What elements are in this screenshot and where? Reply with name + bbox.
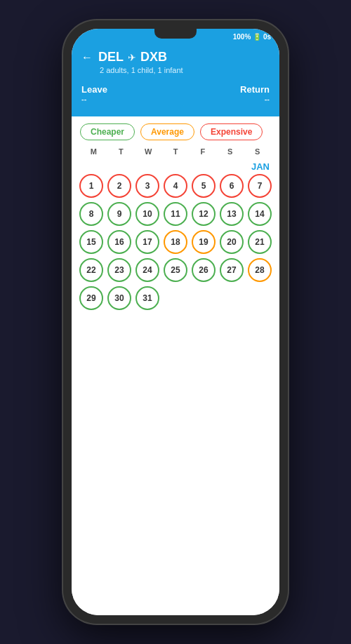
calendar-day[interactable]: 28: [248, 258, 272, 282]
calendar-cell: 12: [191, 201, 216, 227]
calendar-day[interactable]: 22: [79, 258, 103, 282]
calendar-day[interactable]: 31: [135, 286, 159, 310]
origin: DEL: [98, 50, 124, 65]
calendar-day[interactable]: 10: [135, 202, 159, 226]
notch: [154, 29, 197, 39]
leave-tab[interactable]: Leave --: [81, 84, 176, 106]
calendar-cell: 11: [163, 201, 188, 227]
day-headers: M T W T F S S: [77, 145, 274, 159]
calendar-cell: 21: [247, 229, 272, 255]
calendar-day[interactable]: 26: [192, 258, 216, 282]
day-mon: M: [80, 145, 107, 159]
day-fri: F: [189, 145, 216, 159]
month-label-row: JAN: [77, 161, 274, 172]
calendar-cell: 29: [79, 286, 104, 311]
calendar-day[interactable]: 19: [192, 230, 216, 254]
calendar-cell: [191, 286, 216, 311]
calendar-day[interactable]: 9: [107, 202, 131, 226]
calendar-day[interactable]: 27: [220, 258, 244, 282]
calendar-day[interactable]: 17: [135, 230, 159, 254]
calendar-day[interactable]: 13: [220, 202, 244, 226]
calendar-day[interactable]: 18: [164, 230, 187, 254]
phone-shell: 100% 🔋 0s ← DEL ✈ DXB 2 adults, 1 child,…: [63, 20, 288, 624]
battery-status: 100% 🔋 0s: [233, 33, 271, 41]
calendar-day[interactable]: 20: [220, 230, 244, 254]
calendar-cell: 15: [79, 229, 104, 255]
calendar: M T W T F S S JAN 1234567891011121314151…: [72, 145, 279, 615]
calendar-cell: 3: [135, 173, 160, 199]
calendar-cell: 22: [79, 257, 104, 283]
calendar-cell: 16: [107, 229, 132, 255]
back-button[interactable]: ←: [81, 51, 93, 64]
calendar-cell: 28: [247, 257, 272, 283]
calendar-grid: 1234567891011121314151617181920212223242…: [77, 173, 274, 311]
destination: DXB: [140, 50, 167, 65]
calendar-cell: [247, 286, 272, 311]
calendar-cell: 23: [107, 257, 132, 283]
calendar-day[interactable]: 16: [107, 230, 131, 254]
calendar-day[interactable]: 3: [135, 174, 159, 198]
calendar-cell: 4: [163, 173, 188, 199]
calendar-cell: 18: [163, 229, 188, 255]
cheaper-chip[interactable]: Cheaper: [80, 123, 135, 140]
calendar-cell: 13: [219, 201, 244, 227]
calendar-cell: 1: [79, 173, 104, 199]
leave-value: --: [81, 95, 176, 103]
calendar-day[interactable]: 15: [79, 230, 103, 254]
filter-section: Cheaper Average Expensive: [72, 116, 279, 145]
day-tue: T: [107, 145, 135, 159]
calendar-cell: 17: [135, 229, 160, 255]
calendar-day[interactable]: 5: [192, 174, 216, 198]
calendar-cell: 2: [107, 173, 132, 199]
calendar-day[interactable]: 11: [164, 202, 187, 226]
calendar-cell: 8: [79, 201, 104, 227]
calendar-cell: 26: [191, 257, 216, 283]
calendar-day[interactable]: 14: [248, 202, 272, 226]
expensive-chip[interactable]: Expensive: [200, 123, 263, 140]
return-label: Return: [176, 84, 270, 95]
calendar-cell: 5: [191, 173, 216, 199]
day-sat: S: [216, 145, 244, 159]
calendar-day[interactable]: 25: [164, 258, 187, 282]
calendar-cell: 20: [219, 229, 244, 255]
passengers: 2 adults, 1 child, 1 infant: [100, 66, 270, 74]
calendar-day[interactable]: 4: [164, 174, 187, 198]
calendar-cell: 31: [135, 286, 160, 311]
calendar-day[interactable]: 24: [135, 258, 159, 282]
calendar-cell: 19: [191, 229, 216, 255]
calendar-cell: 24: [135, 257, 160, 283]
calendar-cell: 9: [107, 201, 132, 227]
calendar-cell: 6: [219, 173, 244, 199]
calendar-cell: 27: [219, 257, 244, 283]
month-label: JAN: [251, 161, 270, 172]
calendar-day[interactable]: 12: [192, 202, 216, 226]
calendar-day[interactable]: 7: [248, 174, 272, 198]
calendar-cell: 14: [247, 201, 272, 227]
calendar-day[interactable]: 21: [248, 230, 272, 254]
header-top: ← DEL ✈ DXB: [81, 50, 270, 65]
calendar-day[interactable]: 30: [107, 286, 131, 310]
calendar-cell: 10: [135, 201, 160, 227]
leave-label: Leave: [81, 84, 176, 95]
day-thu: T: [162, 145, 190, 159]
calendar-cell: 7: [247, 173, 272, 199]
average-chip[interactable]: Average: [140, 123, 194, 140]
calendar-day[interactable]: 2: [107, 174, 131, 198]
calendar-day[interactable]: 8: [79, 202, 103, 226]
day-wed: W: [135, 145, 162, 159]
calendar-cell: [163, 286, 188, 311]
phone-screen: 100% 🔋 0s ← DEL ✈ DXB 2 adults, 1 child,…: [72, 29, 279, 615]
day-sun: S: [244, 145, 271, 159]
calendar-day[interactable]: 1: [79, 174, 103, 198]
trip-tabs: Leave -- Return --: [72, 81, 279, 106]
return-tab[interactable]: Return --: [176, 84, 270, 106]
calendar-day[interactable]: 23: [107, 258, 131, 282]
return-value: --: [176, 95, 270, 103]
calendar-cell: 25: [163, 257, 188, 283]
header: ← DEL ✈ DXB 2 adults, 1 child, 1 infant: [72, 44, 279, 81]
calendar-day[interactable]: 29: [79, 286, 103, 310]
calendar-day[interactable]: 6: [220, 174, 244, 198]
route-title: DEL ✈ DXB: [98, 50, 167, 65]
arrow-indicator: [72, 106, 279, 116]
plane-icon: ✈: [128, 52, 136, 63]
